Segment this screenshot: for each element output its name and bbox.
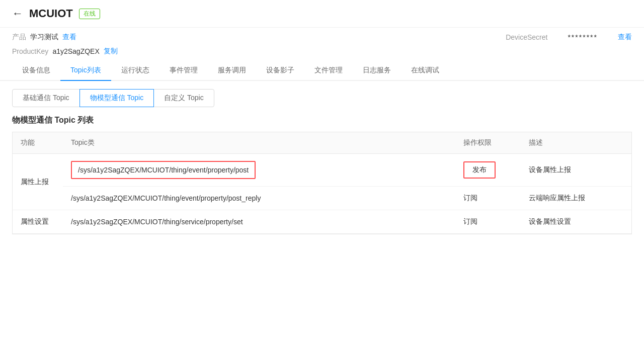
section-title: 物模型通信 Topic 列表 (0, 107, 644, 132)
table-row: /sys/a1y2SagZQEX/MCUIOT/thing/event/prop… (13, 187, 631, 210)
main-tabs: 设备信息 Topic列表 运行状态 事件管理 服务调用 设备影子 文件管理 日志… (0, 61, 644, 81)
devicesecret-label: DeviceSecret (506, 33, 547, 41)
tab-file-mgmt[interactable]: 文件管理 (304, 61, 353, 81)
topic-cell-1: /sys/a1y2SagZQEX/MCUIOT/thing/event/prop… (63, 187, 455, 210)
col-header-perm: 操作权限 (455, 132, 521, 154)
device-title: MCUIOT (29, 7, 73, 20)
perm-cell-highlighted: 发布 (455, 154, 521, 187)
topic-value-highlighted: /sys/a1y2SagZQEX/MCUIOT/thing/event/prop… (71, 161, 256, 179)
tab-online-debug[interactable]: 在线调试 (401, 61, 449, 81)
subtab-thing-model[interactable]: 物模型通信 Topic (79, 89, 154, 107)
tab-run-status[interactable]: 运行状态 (111, 61, 159, 81)
productkey-label: ProductKey (12, 47, 48, 55)
table-container: 功能 Topic类 操作权限 描述 属性上报 /sys/a1y2SagZQEX/… (12, 132, 632, 234)
productkey-value: a1y2SagZQEX (52, 47, 99, 55)
product-view-link[interactable]: 查看 (62, 33, 76, 42)
meta-product: 产品 学习测试 查看 (12, 33, 123, 42)
col-header-desc: 描述 (521, 132, 631, 154)
subtab-basic-comm[interactable]: 基础通信 Topic (12, 89, 80, 107)
tab-log-service[interactable]: 日志服务 (353, 61, 401, 81)
back-button[interactable]: ← (12, 8, 23, 19)
desc-cell-1: 云端响应属性上报 (521, 187, 631, 210)
table-row: 属性上报 /sys/a1y2SagZQEX/MCUIOT/thing/event… (13, 154, 631, 187)
tab-device-info[interactable]: 设备信息 (12, 61, 60, 81)
topic-cell-highlighted: /sys/a1y2SagZQEX/MCUIOT/thing/event/prop… (63, 154, 455, 187)
devicesecret-view-link[interactable]: 查看 (618, 33, 632, 42)
tab-service-call[interactable]: 服务调用 (208, 61, 256, 81)
meta-right: DeviceSecret ******** 查看 (506, 33, 632, 42)
desc-cell-2: 设备属性设置 (521, 210, 631, 234)
func-cell-property-set: 属性设置 (13, 210, 63, 234)
meta-section: 产品 学习测试 查看 DeviceSecret ******** 查看 (0, 28, 644, 47)
func-cell-property-report: 属性上报 (13, 154, 63, 210)
perm-cell-2: 订阅 (455, 210, 521, 234)
tab-device-shadow[interactable]: 设备影子 (256, 61, 304, 81)
col-header-topic: Topic类 (63, 132, 455, 154)
sub-tabs: 基础通信 Topic 物模型通信 Topic 自定义 Topic (0, 81, 644, 107)
meta-productkey-row: ProductKey a1y2SagZQEX 复制 (0, 47, 644, 61)
desc-cell-0: 设备属性上报 (521, 154, 631, 187)
productkey-copy-link[interactable]: 复制 (104, 47, 118, 56)
status-badge: 在线 (79, 9, 100, 19)
devicesecret-value: ******** (568, 33, 598, 41)
tab-topic-list[interactable]: Topic列表 (60, 61, 111, 81)
product-label: 产品 (12, 33, 26, 42)
subtab-custom-topic[interactable]: 自定义 Topic (153, 89, 214, 107)
tab-event-mgmt[interactable]: 事件管理 (159, 61, 208, 81)
table-row: 属性设置 /sys/a1y2SagZQEX/MCUIOT/thing/servi… (13, 210, 631, 234)
col-header-func: 功能 (13, 132, 63, 154)
product-name: 学习测试 (30, 33, 58, 42)
perm-cell-1: 订阅 (455, 187, 521, 210)
topic-cell-2: /sys/a1y2SagZQEX/MCUIOT/thing/service/pr… (63, 210, 455, 234)
header: ← MCUIOT 在线 (0, 0, 644, 28)
perm-value-highlighted: 发布 (463, 161, 496, 179)
